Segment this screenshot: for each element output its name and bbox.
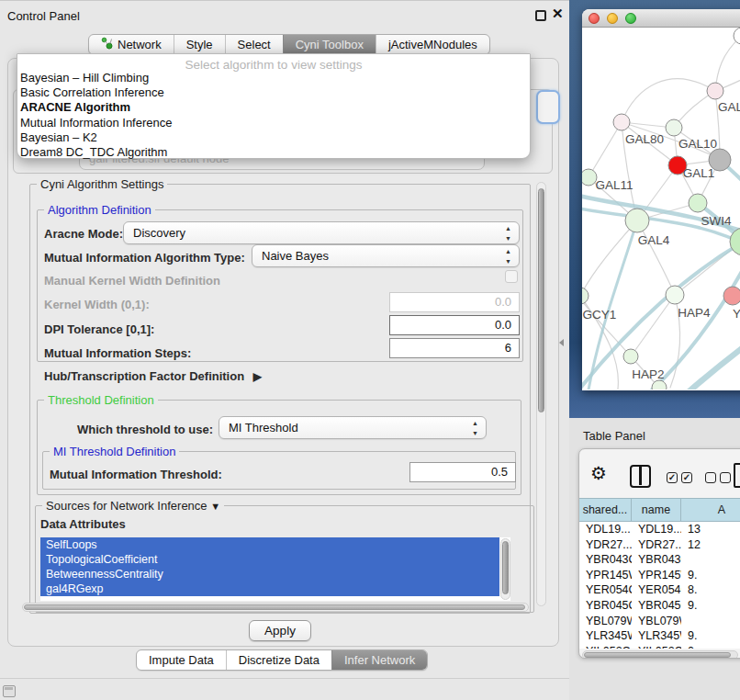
- attribute-list-scrollbar[interactable]: [500, 538, 510, 600]
- node-label-gal10: GAL10: [678, 137, 717, 151]
- network-node-top-partial[interactable]: [734, 28, 740, 44]
- network-canvas[interactable]: GALGAL80GAL10GAL1GAL11SWI4GAL4GCY1HAP4YH…: [582, 28, 740, 390]
- network-node-gal4[interactable]: [625, 209, 649, 232]
- deselect-all-columns-icon[interactable]: [705, 472, 731, 483]
- network-node-hap4[interactable]: [666, 286, 684, 304]
- tab-select[interactable]: Select: [225, 35, 283, 54]
- aracne-mode-combo[interactable]: Discovery ▲▼: [123, 221, 520, 244]
- attribute-item-selfloops[interactable]: SelfLoops: [40, 537, 499, 552]
- mi-threshold-field[interactable]: 0.5: [409, 462, 516, 482]
- table-panel-area: Table Panel ⚙ ✓✓ shared...nameA YDL19...…: [569, 418, 740, 700]
- export-table-icon[interactable]: [734, 463, 740, 488]
- gear-icon[interactable]: ⚙: [590, 462, 607, 484]
- network-icon: [101, 37, 113, 52]
- table-horizontal-scrollbar[interactable]: [582, 650, 738, 659]
- apply-button[interactable]: Apply: [249, 620, 311, 641]
- column-header-shared-[interactable]: shared...: [579, 499, 632, 521]
- network-edge: [582, 220, 637, 296]
- table-row[interactable]: YIL052CYIL052C0.: [579, 644, 740, 649]
- mi-type-label: Mutual Information Algorithm Type:: [44, 251, 245, 265]
- tab-style[interactable]: Style: [174, 35, 225, 54]
- minimize-traffic-icon[interactable]: [607, 13, 618, 24]
- cell: YER054C: [579, 582, 632, 598]
- zoom-traffic-icon[interactable]: [625, 13, 636, 24]
- float-window-icon[interactable]: [535, 10, 546, 21]
- algorithm-option-bayesian-hill-climbing[interactable]: Bayesian – Hill Climbing: [17, 71, 530, 85]
- attribute-item-topologicalcoefficient[interactable]: TopologicalCoefficient: [40, 552, 499, 567]
- node-label-gal1: GAL1: [683, 166, 715, 180]
- column-header-a[interactable]: A: [681, 499, 740, 521]
- network-node-gal80[interactable]: [613, 114, 630, 130]
- splitpane-collapse-icon[interactable]: [559, 339, 564, 346]
- sources-group-label[interactable]: Sources for Network Inference ▼: [42, 499, 224, 513]
- collapse-down-icon: ▼: [210, 501, 220, 512]
- cell: 12: [681, 537, 740, 553]
- bottom-tab-discretize-data[interactable]: Discretize Data: [226, 650, 331, 670]
- mi-type-combo[interactable]: Naive Bayes ▲▼: [252, 244, 520, 267]
- tab-network[interactable]: Network: [89, 35, 174, 54]
- cyni-algorithm-settings-label: Cyni Algorithm Settings: [37, 177, 167, 191]
- bottom-tab-infer-network[interactable]: Infer Network: [331, 650, 427, 670]
- combo-arrows-icon: ▲▼: [472, 418, 478, 438]
- network-node-gcy1[interactable]: [582, 288, 589, 304]
- show-columns-icon[interactable]: [630, 465, 651, 488]
- algorithm-option-basic-correlation-inference[interactable]: Basic Correlation Inference: [17, 85, 530, 100]
- data-attributes-list[interactable]: SelfLoopsTopologicalCoefficientBetweenne…: [40, 537, 510, 601]
- table-row[interactable]: YBR043CYBR043C: [579, 552, 740, 568]
- bottom-tab-impute-data[interactable]: Impute Data: [137, 650, 226, 670]
- table-row[interactable]: YBL079WYBL079W: [579, 614, 740, 629]
- tab-jactivemnodules[interactable]: jActiveMNodules: [376, 35, 489, 54]
- which-threshold-combo[interactable]: MI Threshold ▲▼: [219, 416, 487, 439]
- algorithm-option-dream8-dc-tdc-algorithm[interactable]: Dream8 DC_TDC Algorithm: [17, 145, 530, 160]
- threshold-definition-label: Threshold Definition: [44, 393, 158, 407]
- table-row[interactable]: YBR045CYBR045C9.: [579, 598, 740, 614]
- close-icon[interactable]: ✕: [552, 6, 564, 22]
- network-node-salmon[interactable]: [723, 287, 740, 305]
- cell: 0.: [681, 644, 740, 649]
- cell: 13: [681, 522, 740, 537]
- select-all-columns-icon[interactable]: ✓✓: [667, 472, 692, 483]
- table-row[interactable]: YPR145WYPR145W9.: [579, 568, 740, 583]
- network-view-window[interactable]: GALGAL80GAL10GAL1GAL11SWI4GAL4GCY1HAP4YH…: [582, 9, 740, 390]
- cell: 8.: [681, 582, 740, 598]
- aracne-mode-label: Aracne Mode:: [44, 227, 123, 241]
- network-node-hap2[interactable]: [623, 349, 638, 364]
- algorithm-option-bayesian-k2[interactable]: Bayesian – K2: [17, 130, 530, 145]
- network-node-swi4[interactable]: [689, 194, 707, 212]
- node-label-gal2: GAL: [718, 100, 740, 114]
- focused-combo-edge: [536, 90, 560, 124]
- settings-horizontal-scrollbar[interactable]: [22, 603, 529, 612]
- node-label-gal4: GAL4: [638, 233, 670, 247]
- tab-cyni-toolbox[interactable]: Cyni Toolbox: [283, 35, 376, 54]
- table-row[interactable]: YER054CYER054C8.: [579, 582, 740, 598]
- attribute-item-gal4rgexp[interactable]: gal4RGexp: [40, 581, 499, 596]
- table-window: ⚙ ✓✓ shared...nameA YDL19...YDL19...13YD…: [578, 448, 740, 659]
- close-traffic-icon[interactable]: [589, 13, 600, 24]
- column-header-name[interactable]: name: [632, 499, 681, 521]
- manual-kernel-checkbox[interactable]: [505, 270, 518, 283]
- data-attributes-label: Data Attributes: [40, 517, 126, 531]
- table-rows[interactable]: YDL19...YDL19...13YDR27...YDR27...12YBR0…: [579, 522, 740, 649]
- table-row[interactable]: YDR27...YDR27...12: [579, 537, 740, 553]
- dpi-tolerance-field[interactable]: 0.0: [389, 315, 520, 335]
- table-row[interactable]: YDL19...YDL19...13: [579, 522, 740, 537]
- attribute-item-betweennesscentrality[interactable]: BetweennessCentrality: [40, 567, 499, 581]
- dock-panel-icon[interactable]: [3, 685, 16, 697]
- hub-definition-toggle[interactable]: Hub/Transcription Factor Definition ▶: [44, 369, 262, 383]
- manual-kernel-label: Manual Kernel Width Definition: [44, 274, 220, 288]
- table-header[interactable]: shared...nameA: [579, 498, 740, 522]
- algorithm-dropdown-prompt: Select algorithm to view settings: [17, 54, 530, 71]
- network-node-gray-node[interactable]: [709, 149, 731, 171]
- cell: 9.: [681, 568, 740, 583]
- node-label-hap4: HAP4: [678, 306, 711, 320]
- algorithm-option-mutual-information-inference[interactable]: Mutual Information Inference: [17, 116, 530, 130]
- mi-steps-field[interactable]: 6: [389, 338, 520, 358]
- network-window-titlebar[interactable]: [582, 9, 740, 28]
- cell: YBR043C: [579, 552, 632, 568]
- network-node-gal10[interactable]: [666, 119, 682, 136]
- network-node-gal2[interactable]: [707, 83, 723, 99]
- algorithm-option-aracne-algorithm[interactable]: ARACNE Algorithm: [17, 100, 530, 115]
- table-row[interactable]: YLR345WYLR345W9.: [579, 628, 740, 644]
- kernel-width-field[interactable]: 0.0: [389, 292, 520, 312]
- settings-vertical-scrollbar[interactable]: [536, 182, 546, 606]
